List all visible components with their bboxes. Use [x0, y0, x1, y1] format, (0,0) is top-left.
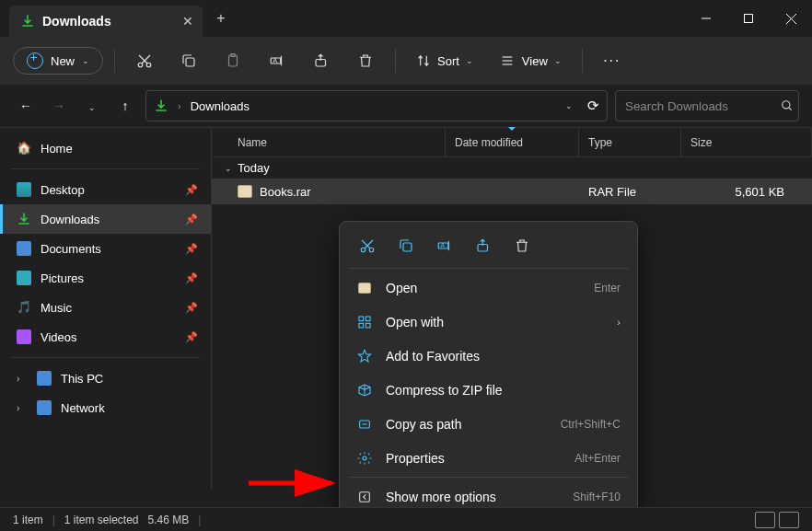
ctx-copy-button[interactable] — [389, 231, 423, 260]
forward-button[interactable]: → — [46, 98, 72, 113]
recent-button[interactable]: ⌄ — [79, 98, 105, 113]
group-today[interactable]: ⌄ Today — [212, 157, 812, 179]
separator: | — [52, 514, 55, 526]
star-icon — [356, 348, 373, 364]
sidebar-item-videos[interactable]: Videos 📌 — [0, 322, 211, 352]
file-size: 5,601 KB — [681, 185, 812, 199]
more-button[interactable]: ··· — [594, 44, 631, 77]
download-icon — [20, 14, 35, 29]
status-count: 1 item — [13, 514, 43, 526]
expand-icon[interactable]: › — [17, 374, 28, 384]
sidebar-item-thispc[interactable]: › This PC — [0, 364, 211, 393]
ctx-properties[interactable]: Properties Alt+Enter — [345, 441, 632, 475]
view-details-button[interactable] — [755, 512, 775, 528]
network-icon — [37, 400, 52, 415]
refresh-button[interactable]: ⟳ — [587, 98, 599, 114]
separator — [11, 168, 200, 169]
sidebar-item-home[interactable]: 🏠 Home — [0, 133, 211, 163]
column-type[interactable]: Type — [579, 128, 681, 156]
svg-rect-24 — [403, 243, 412, 251]
sidebar-item-network[interactable]: › Network — [0, 393, 211, 422]
share-button[interactable] — [303, 44, 340, 77]
ctx-rename-button[interactable]: A — [428, 231, 461, 260]
pictures-icon — [17, 271, 31, 285]
copy-button[interactable] — [170, 44, 207, 77]
ctx-label: Compress to ZIP file — [386, 383, 621, 398]
sidebar-item-music[interactable]: 🎵 Music 📌 — [0, 293, 211, 322]
chevron-down-icon: ⌄ — [82, 56, 89, 65]
sort-label: Sort — [437, 54, 459, 68]
status-size: 5.46 MB — [148, 514, 190, 526]
file-name: Books.rar — [260, 185, 311, 199]
breadcrumb-separator: › — [178, 100, 181, 111]
file-row-books[interactable]: Books.rar RAR File 5,601 KB — [212, 179, 812, 204]
desktop-icon — [17, 182, 31, 197]
app-icon — [356, 280, 373, 296]
back-button[interactable]: ← — [13, 98, 39, 113]
maximize-button[interactable] — [727, 0, 770, 37]
column-size[interactable]: Size — [681, 128, 812, 156]
ctx-open[interactable]: Open Enter — [345, 271, 632, 305]
separator — [349, 268, 628, 269]
breadcrumb[interactable]: Downloads — [191, 99, 249, 113]
view-label: View — [522, 54, 548, 68]
separator — [582, 49, 583, 73]
ctx-cut-button[interactable] — [351, 231, 384, 260]
ctx-copypath[interactable]: Copy as path Ctrl+Shift+C — [345, 407, 632, 441]
toolbar: New ⌄ A Sort ⌄ View ⌄ ··· — [0, 37, 812, 85]
copypath-icon — [356, 416, 373, 433]
column-date[interactable]: Date modified — [446, 128, 579, 156]
view-button[interactable]: View ⌄ — [490, 53, 571, 68]
sidebar-item-documents[interactable]: Documents 📌 — [0, 234, 211, 263]
address-bar[interactable]: › Downloads ⌄ ⟳ — [145, 90, 608, 121]
ctx-hint: Enter — [594, 282, 621, 294]
cut-button[interactable] — [126, 44, 163, 77]
ctx-compress[interactable]: Compress to ZIP file — [345, 373, 632, 407]
svg-rect-29 — [359, 317, 364, 321]
search-input[interactable] — [625, 99, 781, 113]
rar-icon — [238, 185, 252, 198]
search-box[interactable] — [615, 90, 799, 121]
ctx-delete-button[interactable] — [505, 231, 539, 260]
svg-point-35 — [363, 456, 366, 460]
close-tab-icon[interactable]: ✕ — [182, 14, 193, 29]
delete-button[interactable] — [347, 44, 384, 77]
pin-icon: 📌 — [185, 214, 198, 225]
svg-rect-30 — [365, 317, 370, 321]
sidebar-item-label: Music — [41, 301, 72, 315]
sidebar-item-desktop[interactable]: Desktop 📌 — [0, 175, 211, 204]
expand-icon[interactable]: › — [17, 403, 28, 413]
new-button[interactable]: New ⌄ — [13, 47, 103, 75]
properties-icon — [356, 450, 373, 467]
sidebar-item-downloads[interactable]: Downloads 📌 — [0, 204, 211, 234]
chevron-down-icon[interactable]: ⌄ — [565, 101, 573, 110]
context-action-row: A — [345, 227, 632, 266]
sidebar-item-pictures[interactable]: Pictures 📌 — [0, 263, 211, 293]
rename-button[interactable]: A — [259, 44, 296, 77]
close-window-button[interactable] — [770, 0, 812, 37]
svg-line-19 — [789, 108, 792, 110]
ctx-hint: Ctrl+Shift+C — [561, 418, 621, 431]
context-menu: A Open Enter Open with › Add to Favorite… — [339, 221, 638, 520]
new-tab-button[interactable]: + — [203, 10, 239, 27]
sort-button[interactable]: Sort ⌄ — [407, 53, 482, 68]
svg-rect-32 — [365, 323, 370, 328]
minimize-button[interactable] — [685, 0, 727, 37]
pin-icon: 📌 — [185, 243, 198, 255]
sidebar: 🏠 Home Desktop 📌 Downloads 📌 Documents 📌… — [0, 128, 212, 490]
separator — [349, 477, 628, 478]
titlebar: Downloads ✕ + — [0, 0, 812, 37]
ctx-favorites[interactable]: Add to Favorites — [345, 339, 632, 373]
svg-rect-1 — [745, 15, 753, 23]
ctx-open-with[interactable]: Open with › — [345, 305, 632, 339]
up-button[interactable]: ↑ — [112, 98, 138, 113]
zip-icon — [356, 382, 373, 398]
chevron-right-icon: › — [617, 317, 621, 328]
tab-downloads[interactable]: Downloads ✕ — [9, 6, 203, 37]
view-thumbnails-button[interactable] — [779, 512, 799, 528]
column-name[interactable]: Name — [212, 128, 446, 156]
ctx-share-button[interactable] — [467, 231, 500, 260]
separator: | — [198, 514, 201, 526]
ctx-label: Open — [386, 281, 581, 295]
paste-button[interactable] — [215, 44, 251, 77]
